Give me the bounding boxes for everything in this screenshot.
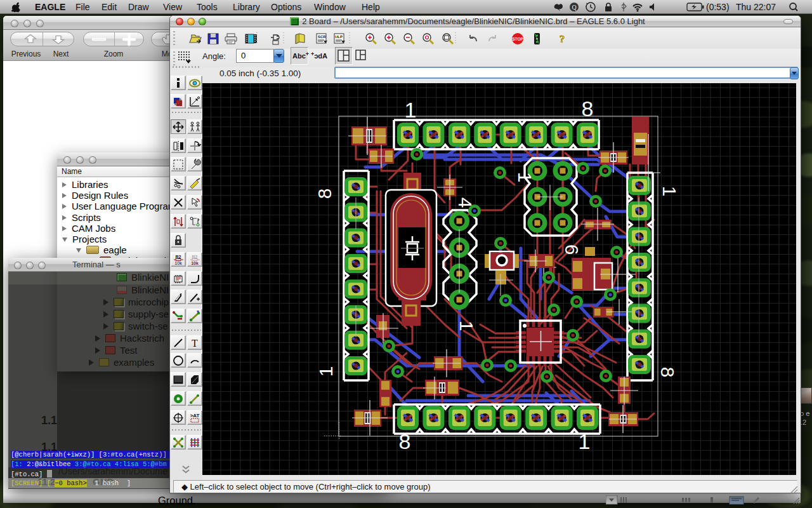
svg-text:8: 8: [657, 367, 678, 378]
svg-text:10k: 10k: [174, 261, 182, 265]
svg-text:T: T: [192, 338, 198, 349]
svg-text:R2: R2: [176, 255, 181, 259]
svg-text:6: 6: [561, 244, 582, 255]
svg-text:Q: Q: [572, 4, 577, 11]
svg-text:4: 4: [455, 197, 476, 208]
svg-text:1: 1: [315, 366, 336, 377]
svg-text:1: 1: [456, 321, 477, 331]
svg-text:8: 8: [399, 429, 411, 453]
svg-text:1: 1: [405, 98, 417, 122]
svg-text:?: ?: [560, 33, 565, 45]
svg-text:ULP: ULP: [335, 35, 343, 39]
svg-text:>AT: >AT: [190, 413, 200, 418]
svg-text:8: 8: [314, 189, 335, 199]
svg-text:STOP: STOP: [512, 37, 523, 41]
svg-text:1: 1: [659, 186, 680, 197]
svg-text:1: 1: [579, 429, 591, 453]
svg-text:8: 8: [582, 97, 594, 121]
svg-text:SCR: SCR: [318, 35, 326, 39]
svg-text:1: 1: [514, 172, 535, 183]
svg-text:10k: 10k: [191, 261, 199, 265]
svg-text:R2: R2: [192, 255, 198, 259]
